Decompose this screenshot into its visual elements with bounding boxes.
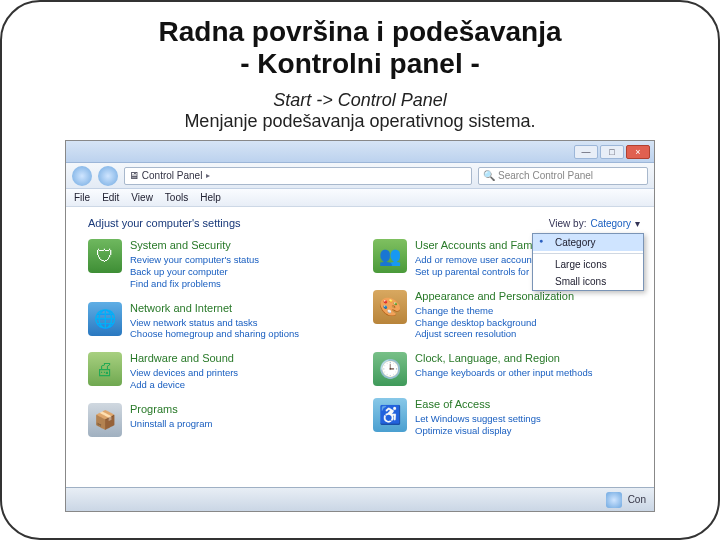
printer-icon: 🖨 [88, 352, 122, 386]
chevron-down-icon: ▾ [635, 218, 640, 229]
subtitle-block: Start -> Control Panel Menjanje podešava… [32, 90, 688, 132]
viewby-value: Category [590, 218, 631, 229]
link-optimize-visual[interactable]: Optimize visual display [415, 425, 541, 437]
link-view-devices[interactable]: View devices and printers [130, 367, 238, 379]
slide-description: Menjanje podešavanja operativnog sistema… [32, 111, 688, 132]
viewby-control[interactable]: View by: Category ▾ [549, 218, 640, 229]
link-backup[interactable]: Back up your computer [130, 266, 259, 278]
cat-ease-of-access[interactable]: ♿ Ease of Access Let Windows suggest set… [373, 398, 640, 437]
cat-body: Hardware and Sound View devices and prin… [130, 352, 238, 391]
control-panel-window: — □ × 🖥 Control Panel ▸ 🔍 Search Control… [65, 140, 655, 512]
cp-icon: 🖥 [129, 170, 139, 181]
link-keyboards[interactable]: Change keyboards or other input methods [415, 367, 592, 379]
accessibility-icon: ♿ [373, 398, 407, 432]
back-button[interactable] [72, 166, 92, 186]
taskbar-icon[interactable] [606, 492, 622, 508]
cat-system-security[interactable]: 🛡 System and Security Review your comput… [88, 239, 355, 289]
cat-title: Ease of Access [415, 398, 541, 412]
location-label: Control Panel [142, 170, 203, 181]
search-input[interactable]: 🔍 Search Control Panel [478, 167, 648, 185]
menu-help[interactable]: Help [200, 192, 221, 203]
cat-title: Appearance and Personalization [415, 290, 574, 304]
shield-icon: 🛡 [88, 239, 122, 273]
cat-title: Network and Internet [130, 302, 299, 316]
cat-programs[interactable]: 📦 Programs Uninstall a program [88, 403, 355, 437]
title-line-2: - Kontrolni panel - [240, 48, 480, 79]
viewby-label: View by: [549, 218, 587, 229]
globe-icon: 🌐 [88, 302, 122, 336]
link-fix-problems[interactable]: Find and fix problems [130, 278, 259, 290]
link-network-status[interactable]: View network status and tasks [130, 317, 299, 329]
link-screen-res[interactable]: Adjust screen resolution [415, 328, 574, 340]
search-icon: 🔍 [483, 170, 495, 181]
link-review-status[interactable]: Review your computer's status [130, 254, 259, 266]
cat-body: Clock, Language, and Region Change keybo… [415, 352, 592, 386]
programs-icon: 📦 [88, 403, 122, 437]
cat-body: Ease of Access Let Windows suggest setti… [415, 398, 541, 437]
link-uninstall[interactable]: Uninstall a program [130, 418, 212, 430]
clock-icon: 🕒 [373, 352, 407, 386]
link-add-device[interactable]: Add a device [130, 379, 238, 391]
window-titlebar: — □ × [66, 141, 654, 163]
menu-edit[interactable]: Edit [102, 192, 119, 203]
cat-body: System and Security Review your computer… [130, 239, 259, 289]
cat-body: Appearance and Personalization Change th… [415, 290, 574, 340]
minimize-button[interactable]: — [574, 145, 598, 159]
slide-frame: Radna površina i podešavanja - Kontrolni… [0, 0, 720, 540]
close-button[interactable]: × [626, 145, 650, 159]
menu-view[interactable]: View [131, 192, 153, 203]
dropdown-large-icons[interactable]: Large icons [533, 256, 643, 273]
link-desktop-bg[interactable]: Change desktop background [415, 317, 574, 329]
address-bar-row: 🖥 Control Panel ▸ 🔍 Search Control Panel [66, 163, 654, 189]
forward-button[interactable] [98, 166, 118, 186]
dropdown-small-icons[interactable]: Small icons [533, 273, 643, 290]
cat-appearance[interactable]: 🎨 Appearance and Personalization Change … [373, 290, 640, 340]
dropdown-separator [533, 253, 643, 254]
nav-path: Start -> Control Panel [32, 90, 688, 111]
link-suggest-settings[interactable]: Let Windows suggest settings [415, 413, 541, 425]
location-breadcrumb[interactable]: 🖥 Control Panel ▸ [124, 167, 472, 185]
menu-file[interactable]: File [74, 192, 90, 203]
appearance-icon: 🎨 [373, 290, 407, 324]
cat-title: Programs [130, 403, 212, 417]
adjust-heading: Adjust your computer's settings [88, 217, 241, 229]
content-area: Adjust your computer's settings View by:… [66, 207, 654, 487]
left-column: 🛡 System and Security Review your comput… [88, 239, 355, 436]
taskbar-label: Con [628, 494, 646, 505]
cat-network-internet[interactable]: 🌐 Network and Internet View network stat… [88, 302, 355, 341]
dropdown-category[interactable]: Category [533, 234, 643, 251]
cat-body: Network and Internet View network status… [130, 302, 299, 341]
search-placeholder: Search Control Panel [498, 170, 593, 181]
header-row: Adjust your computer's settings View by:… [88, 217, 640, 229]
cat-hardware-sound[interactable]: 🖨 Hardware and Sound View devices and pr… [88, 352, 355, 391]
cat-title: System and Security [130, 239, 259, 253]
cat-body: Programs Uninstall a program [130, 403, 212, 437]
link-homegroup[interactable]: Choose homegroup and sharing options [130, 328, 299, 340]
menu-tools[interactable]: Tools [165, 192, 188, 203]
slide-title: Radna površina i podešavanja - Kontrolni… [32, 16, 688, 80]
breadcrumb-arrow-icon: ▸ [206, 171, 210, 180]
users-icon: 👥 [373, 239, 407, 273]
cat-title: Clock, Language, and Region [415, 352, 592, 366]
cat-title: Hardware and Sound [130, 352, 238, 366]
maximize-button[interactable]: □ [600, 145, 624, 159]
cat-clock-lang-region[interactable]: 🕒 Clock, Language, and Region Change key… [373, 352, 640, 386]
taskbar: Con [66, 487, 654, 511]
menu-bar: File Edit View Tools Help [66, 189, 654, 207]
viewby-dropdown: Category Large icons Small icons [532, 233, 644, 291]
title-line-1: Radna površina i podešavanja [158, 16, 561, 47]
link-change-theme[interactable]: Change the theme [415, 305, 574, 317]
